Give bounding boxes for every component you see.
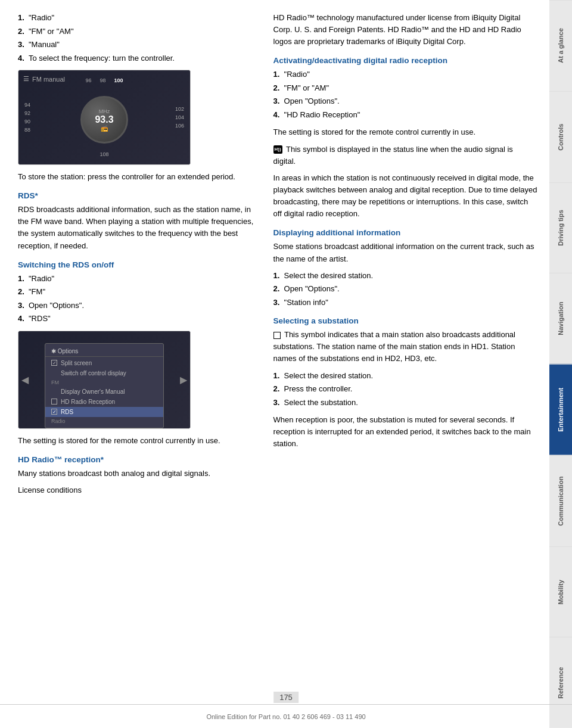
displaying-list: 1. Select the desired station. 2. Open "…: [273, 270, 537, 309]
list-item: 1. "Radio": [18, 12, 257, 24]
checkbox-rds: [51, 409, 57, 415]
sidebar-item-communication[interactable]: Communication: [549, 455, 572, 546]
hd-text1: Many stations broadcast both analog and …: [18, 468, 257, 480]
activating-heading: Activating/deactivating digital radio re…: [273, 56, 537, 65]
displaying-text: Some stations broadcast additional infor…: [273, 241, 537, 265]
freq-scale-right: 102 104 106: [175, 106, 184, 129]
list-item: 3. "Manual": [18, 39, 257, 51]
dial-container: MHz 93.3 📻: [80, 96, 128, 144]
license-text: HD Radio™ technology manufactured under …: [273, 12, 537, 48]
footer-text: Online Edition for Part no. 01 40 2 606 …: [206, 713, 365, 720]
list-item: 1. Select the desired station.: [273, 270, 537, 282]
list-item: 2. "FM": [18, 286, 257, 298]
rds-heading: RDS*: [18, 191, 257, 200]
hd-icon: H)): [273, 145, 282, 154]
right-stored-text: The setting is stored for the remote con…: [273, 126, 537, 138]
page-container: 1. "Radio" 2. "FM" or "AM" 3. "Manual" 4…: [0, 0, 572, 728]
right-column: HD Radio™ technology manufactured under …: [268, 12, 537, 704]
freq-scale-left: 94 92 90 88: [24, 102, 30, 133]
substation-list: 1. Select the desired station. 2. Press …: [273, 370, 537, 409]
options-row-rds: RDS: [45, 407, 163, 417]
displaying-heading: Displaying additional information: [273, 228, 537, 237]
sidebar-item-driving-tips[interactable]: Driving tips: [549, 182, 572, 273]
left-stored-text: The setting is stored for the remote con…: [18, 435, 257, 447]
options-menu-image: ◀ ✱ Options Split screen Switch off c: [18, 331, 191, 429]
list-item: 4. To select the frequency: turn the con…: [18, 52, 257, 64]
poor-reception-text: When reception is poor, the substation i…: [273, 414, 537, 450]
hd-text2: License conditions: [18, 484, 257, 496]
options-row-display: Display Owner's Manual: [45, 387, 163, 397]
list-item: 3. Select the substation.: [273, 397, 537, 409]
page-number: 175: [273, 692, 299, 703]
switching-list: 1. "Radio" 2. "FM" 3. Open "Options". 4.…: [18, 273, 257, 325]
list-item: 3. "Station info": [273, 297, 537, 309]
list-item: 3. Open "Options".: [273, 95, 537, 107]
substation-icon: [273, 332, 281, 339]
sidebar-item-at-a-glance[interactable]: At a glance: [549, 0, 572, 91]
options-row-hd: HD Radio Reception: [45, 397, 163, 407]
list-item: 1. "Radio": [273, 69, 537, 80]
list-item: 2. "FM" or "AM": [273, 82, 537, 94]
sidebar-item-mobility[interactable]: Mobility: [549, 546, 572, 637]
list-item: 2. Open "Options".: [273, 283, 537, 295]
options-section-fm: FM: [45, 378, 163, 387]
checkbox-split: [51, 360, 57, 366]
list-item: 1. Select the desired station.: [273, 370, 537, 382]
options-panel: ✱ Options Split screen Switch off contro…: [45, 343, 164, 428]
checkbox-hd: [51, 399, 57, 405]
left-column: 1. "Radio" 2. "FM" or "AM" 3. "Manual" 4…: [18, 12, 268, 704]
dial-center: MHz 93.3 📻: [95, 108, 113, 132]
list-item: 2. "FM" or "AM": [18, 26, 257, 38]
switching-heading: Switching the RDS on/off: [18, 260, 257, 269]
options-display: ◀ ✱ Options Split screen Switch off c: [18, 331, 190, 428]
main-content: 1. "Radio" 2. "FM" or "AM" 3. "Manual" 4…: [0, 0, 549, 728]
list-item: 4. "HD Radio Reception": [273, 109, 537, 121]
sidebar-item-controls[interactable]: Controls: [549, 91, 572, 182]
hd-radio-heading: HD Radio™ reception*: [18, 455, 257, 464]
intro-list: 1. "Radio" 2. "FM" or "AM" 3. "Manual" 4…: [18, 12, 257, 64]
activating-list: 1. "Radio" 2. "FM" or "AM" 3. Open "Opti…: [273, 69, 537, 120]
store-text: To store the station: press the controll…: [18, 171, 257, 183]
options-section-radio: Radio: [45, 417, 163, 425]
hd-symbol-text: H)) This symbol is displayed in the stat…: [273, 144, 537, 167]
dial-circle: MHz 93.3 📻: [80, 96, 128, 144]
sidebar-item-entertainment[interactable]: Entertainment: [549, 364, 572, 455]
fm-radio-image: ☰ FM manual 94 92 90 88 96 98 100: [18, 70, 191, 165]
substation-heading: Selecting a substation: [273, 316, 537, 325]
substation-text1: This symbol indicates that a main statio…: [273, 329, 537, 365]
page-footer: Online Edition for Part no. 01 40 2 606 …: [0, 704, 572, 728]
list-item: 2. Press the controller.: [273, 383, 537, 395]
list-item: 3. Open "Options".: [18, 300, 257, 312]
sidebar: At a glance Controls Driving tips Naviga…: [549, 0, 572, 728]
rds-text: RDS broadcasts additional information, s…: [18, 204, 257, 252]
arrow-left-icon: ◀: [21, 374, 29, 385]
list-item: 4. "RDS": [18, 313, 257, 325]
options-row-split: Split screen: [45, 358, 163, 368]
digital-text: In areas in which the station is not con…: [273, 172, 537, 220]
arrow-right-icon: ▶: [180, 374, 187, 385]
list-item: 1. "Radio": [18, 273, 257, 285]
options-title: ✱ Options: [45, 346, 163, 357]
options-row-switch-off: Switch off control display: [45, 368, 163, 378]
sidebar-item-navigation[interactable]: Navigation: [549, 273, 572, 364]
fm-display: ☰ FM manual 94 92 90 88 96 98 100: [18, 70, 190, 164]
fm-title-bar: ☰ FM manual: [23, 75, 65, 83]
